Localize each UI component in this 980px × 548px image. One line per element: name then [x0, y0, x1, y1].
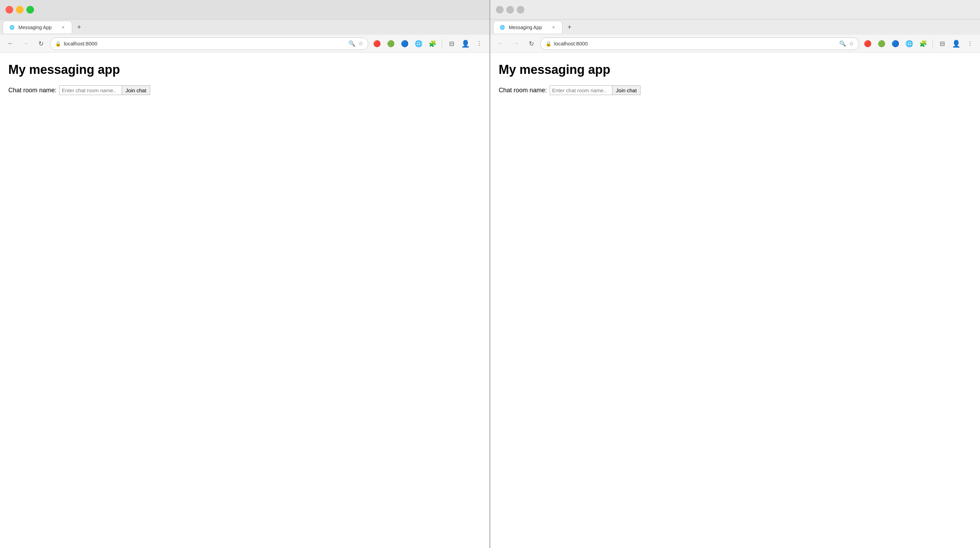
left-chat-room-input[interactable]	[59, 85, 122, 95]
left-tab-bar: 🌐 Messaging App × +	[0, 19, 489, 35]
right-tab-close-button[interactable]: ×	[550, 24, 557, 30]
left-title-bar	[0, 0, 489, 19]
left-toolbar-icon-1[interactable]: 🔴	[371, 38, 383, 49]
right-join-chat-button[interactable]: Join chat	[612, 85, 641, 95]
left-nav-bar: ← → ↻ 🔒 localhost:8000 🔍 ☆ 🔴 🟢 🔵 🌐 🧩 ⊟ 👤…	[0, 35, 489, 53]
right-new-tab-button[interactable]: +	[564, 22, 575, 33]
left-address-star-icon: ☆	[358, 40, 363, 47]
left-address-bar[interactable]: 🔒 localhost:8000 🔍 ☆	[50, 37, 368, 50]
right-page-content: My messaging app Chat room name: Join ch…	[490, 53, 980, 548]
right-minimize-button[interactable]	[506, 6, 514, 14]
right-toolbar-divider	[932, 39, 933, 49]
right-chat-join-form: Chat room name: Join chat	[499, 85, 972, 95]
right-tab-bar: 🌐 Messaging App × +	[490, 19, 980, 35]
left-maximize-button[interactable]	[26, 6, 34, 14]
left-tab-close-button[interactable]: ×	[60, 24, 66, 30]
right-sidebar-toggle-button[interactable]: ⊟	[936, 38, 948, 49]
right-toolbar-icon-2[interactable]: 🟢	[876, 38, 888, 49]
left-minimize-button[interactable]	[16, 6, 24, 14]
right-address-bar[interactable]: 🔒 localhost:8000 🔍 ☆	[540, 37, 859, 50]
right-toolbar-icon-5[interactable]: 🧩	[917, 38, 929, 49]
left-new-tab-button[interactable]: +	[73, 22, 84, 33]
right-chat-room-label: Chat room name:	[499, 87, 547, 94]
left-forward-button[interactable]: →	[19, 37, 32, 50]
left-close-button[interactable]	[6, 6, 13, 14]
right-window-controls	[496, 6, 524, 14]
right-page-title: My messaging app	[499, 62, 972, 77]
left-chat-join-form: Chat room name: Join chat	[8, 85, 481, 95]
right-menu-button[interactable]: ⋮	[964, 38, 976, 49]
right-tab-favicon: 🌐	[499, 24, 505, 30]
left-address-search-icon: 🔍	[348, 40, 355, 47]
right-address-lock-icon: 🔒	[546, 41, 551, 46]
left-back-button[interactable]: ←	[4, 37, 17, 50]
left-join-chat-button[interactable]: Join chat	[122, 85, 150, 95]
right-title-bar	[490, 0, 980, 19]
left-page-title: My messaging app	[8, 62, 481, 77]
left-toolbar-icon-2[interactable]: 🟢	[385, 38, 397, 49]
right-address-url: localhost:8000	[554, 41, 837, 46]
left-address-lock-icon: 🔒	[55, 41, 61, 46]
right-maximize-button[interactable]	[517, 6, 524, 14]
left-window-controls	[6, 6, 34, 14]
right-toolbar-icon-4[interactable]: 🌐	[904, 38, 915, 49]
right-forward-button[interactable]: →	[510, 37, 522, 50]
left-avatar-button[interactable]: 👤	[460, 38, 471, 49]
left-tab-favicon: 🌐	[9, 24, 15, 30]
right-address-star-icon: ☆	[849, 40, 854, 47]
right-nav-bar: ← → ↻ 🔒 localhost:8000 🔍 ☆ 🔴 🟢 🔵 🌐 🧩 ⊟ 👤…	[490, 35, 980, 53]
left-toolbar-divider	[442, 39, 442, 49]
left-menu-button[interactable]: ⋮	[473, 38, 485, 49]
right-toolbar-icons: 🔴 🟢 🔵 🌐 🧩 ⊟ 👤 ⋮	[862, 38, 976, 49]
right-tab-title: Messaging App	[509, 25, 547, 30]
right-browser-window: 🌐 Messaging App × + ← → ↻ 🔒 localhost:80…	[490, 0, 980, 548]
right-toolbar-icon-3[interactable]: 🔵	[889, 38, 901, 49]
left-reload-button[interactable]: ↻	[35, 37, 47, 50]
right-browser-tab[interactable]: 🌐 Messaging App ×	[493, 21, 563, 33]
left-address-url: localhost:8000	[64, 41, 346, 46]
left-toolbar-icon-3[interactable]: 🔵	[399, 38, 410, 49]
left-browser-tab[interactable]: 🌐 Messaging App ×	[3, 21, 72, 33]
left-sidebar-toggle-button[interactable]: ⊟	[445, 38, 457, 49]
left-chat-room-label: Chat room name:	[8, 87, 57, 94]
right-close-button[interactable]	[496, 6, 504, 14]
right-avatar-button[interactable]: 👤	[950, 38, 962, 49]
right-address-search-icon: 🔍	[839, 40, 846, 47]
right-back-button[interactable]: ←	[495, 37, 507, 50]
left-browser-window: 🌐 Messaging App × + ← → ↻ 🔒 localhost:80…	[0, 0, 490, 548]
left-toolbar-icons: 🔴 🟢 🔵 🌐 🧩 ⊟ 👤 ⋮	[371, 38, 485, 49]
right-chat-room-input[interactable]	[550, 85, 612, 95]
left-page-content: My messaging app Chat room name: Join ch…	[0, 53, 489, 548]
left-toolbar-icon-5[interactable]: 🧩	[426, 38, 438, 49]
right-toolbar-icon-1[interactable]: 🔴	[862, 38, 873, 49]
left-toolbar-icon-4[interactable]: 🌐	[413, 38, 425, 49]
left-tab-title: Messaging App	[18, 25, 57, 30]
right-reload-button[interactable]: ↻	[525, 37, 538, 50]
